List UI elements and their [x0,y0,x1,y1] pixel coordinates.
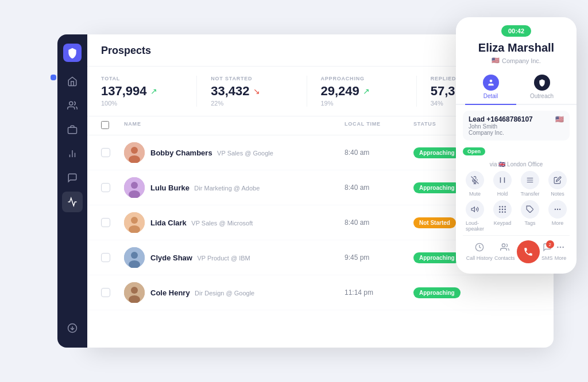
phone-bottom-bar: Call History Contacts [463,235,570,268]
person-role-5: Dir Design @ Google [195,290,254,297]
svg-point-42 [555,209,556,210]
tab-outreach-label: Outreach [530,93,554,99]
bottom-more-icon [556,243,565,254]
time-cell-5: 11:14 pm [345,289,413,297]
stat-approaching-percent: 19% [321,100,403,107]
bottom-more[interactable]: More [555,243,567,261]
row-checkbox-5[interactable] [101,288,124,297]
hold-icon [493,171,512,189]
phone-tabs: Detail Outreach [456,70,577,105]
control-more[interactable]: More [546,200,570,232]
svg-point-22 [489,80,492,83]
person-info-5: Cole Henry Dir Design @ Google [150,287,254,298]
avatar-cole [124,282,145,303]
hangup-button[interactable] [517,240,540,263]
svg-point-0 [69,102,73,105]
person-role-2: Dir Marketing @ Adobe [194,185,260,192]
svg-rect-1 [68,127,77,134]
person-info-3: Lida Clark VP Sales @ Microsoft [150,217,253,228]
person-name-4: Clyde Shaw [150,254,192,262]
lead-flag: 🇺🇸 [555,115,564,123]
select-all-checkbox[interactable] [101,121,109,129]
time-cell-3: 8:40 am [345,219,413,227]
bottom-call-history[interactable]: Call History [466,243,493,261]
contacts-icon [500,243,509,254]
avatar-lulu [124,177,145,198]
loudspeaker-icon [466,200,484,219]
person-name-5: Cole Henry [150,289,190,297]
person-cell-3: Lida Clark VP Sales @ Microsoft [124,212,345,233]
svg-point-11 [131,182,138,189]
row-checkbox-3[interactable] [101,218,124,227]
bottom-sms[interactable]: 2 SMS [541,243,553,261]
svg-rect-34 [505,206,506,207]
stat-total: TOTAL 137,994 ↗ 100% [101,76,197,107]
person-cell-2: Lulu Burke Dir Marketing @ Adobe [124,177,345,198]
person-role-3: VP Sales @ Microsoft [191,220,253,227]
person-name-2: Lulu Burke [150,184,189,192]
status-badge-3: Not Started [413,217,456,228]
stat-total-trend: ↗ [150,87,157,96]
mute-label: Mute [469,191,481,197]
control-hold[interactable]: Hold [490,171,514,197]
status-badge-1: Approaching [413,147,461,158]
svg-rect-39 [502,212,503,213]
time-cell-4: 9:45 pm [345,254,413,262]
sidebar-item-briefcase[interactable] [62,119,83,140]
row-checkbox-1[interactable] [101,148,124,157]
call-controls-row1: Mute Hold Transfer [463,171,570,197]
shield-icon [67,47,78,59]
sidebar-item-analytics[interactable] [62,192,83,212]
stat-not-started: NOT STARTED 33,432 ↘ 22% [211,76,307,107]
sidebar-logo[interactable] [63,44,82,62]
sms-label: SMS [541,255,553,261]
row-checkbox-2[interactable] [101,183,124,192]
sidebar-item-chat[interactable] [62,167,83,188]
sidebar-item-home[interactable] [62,71,83,92]
svg-point-48 [560,247,562,248]
svg-point-14 [131,217,138,224]
person-name-3: Lida Clark [150,219,187,227]
control-keypad[interactable]: Keypad [490,200,514,232]
phone-header: 00:42 Eliza Marshall 🇺🇸 Company Inc. [456,17,577,70]
control-notes[interactable]: Notes [546,171,570,197]
bottom-contacts[interactable]: Contacts [494,243,515,261]
lead-name: John Smith [469,123,564,130]
sidebar [57,34,87,348]
avatar-clyde [124,247,145,268]
more-icon [548,200,567,219]
tab-detail[interactable]: Detail [465,70,516,105]
table-row[interactable]: Cole Henry Dir Design @ Google 11:14 pm … [87,275,554,310]
time-cell-1: 8:40 am [345,149,413,157]
tags-label: Tags [524,220,535,226]
control-tags[interactable]: Tags [518,200,542,232]
notes-icon [548,171,567,189]
control-loudspeaker[interactable]: Loud-speaker [463,200,487,232]
stat-approaching-trend: ↗ [363,87,370,96]
svg-point-49 [562,247,564,248]
svg-point-44 [559,209,560,210]
row-checkbox-4[interactable] [101,253,124,262]
bottom-more-label: More [555,255,567,261]
keypad-label: Keypad [494,220,512,226]
sidebar-item-team[interactable] [62,95,83,116]
avatar-lida [124,212,145,233]
person-role-4: VP Product @ IBM [197,255,250,262]
sms-icon: 2 [543,243,552,254]
tab-outreach[interactable]: Outreach [516,70,567,104]
sidebar-item-download[interactable] [62,318,83,338]
caller-company: 🇺🇸 Company Inc. [465,57,567,64]
sidebar-item-chart[interactable] [62,143,83,164]
phone-body: Lead +16468786107 🇺🇸 John Smith Company … [456,105,577,274]
stat-not-started-value: 33,432 [211,84,249,99]
svg-rect-32 [499,206,500,207]
control-transfer[interactable]: Transfer [518,171,542,197]
svg-point-47 [557,247,559,248]
control-mute[interactable]: Mute [463,171,487,197]
lead-number-row: Lead +16468786107 🇺🇸 [469,115,564,123]
phone-overlay: 00:42 Eliza Marshall 🇺🇸 Company Inc. Det… [456,17,577,274]
call-timer: 00:42 [501,25,531,37]
lead-number-text: Lead +16468786107 [469,115,533,123]
open-badge: Open [463,147,485,155]
svg-rect-35 [499,209,500,210]
